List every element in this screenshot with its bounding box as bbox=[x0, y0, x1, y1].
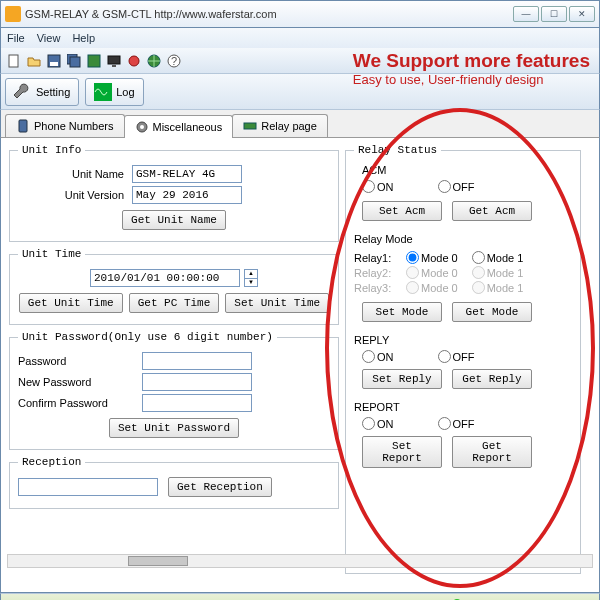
svg-rect-6 bbox=[108, 56, 120, 64]
svg-text:?: ? bbox=[171, 55, 177, 67]
reception-legend: Reception bbox=[18, 456, 85, 468]
reception-group: Reception Get Reception bbox=[9, 456, 339, 509]
setting-label: Setting bbox=[36, 86, 70, 98]
get-reception-button[interactable]: Get Reception bbox=[168, 477, 272, 497]
get-pc-time-button[interactable]: Get PC Time bbox=[129, 293, 220, 313]
confirm-password-label: Confirm Password bbox=[18, 397, 138, 409]
relay-icon bbox=[243, 119, 257, 133]
set-acm-button[interactable]: Set Acm bbox=[362, 201, 442, 221]
tab-phone-numbers[interactable]: Phone Numbers bbox=[5, 114, 125, 137]
wave-icon bbox=[94, 83, 112, 101]
log-label: Log bbox=[116, 86, 134, 98]
unit-name-label: Unit Name bbox=[18, 168, 128, 180]
unit-version-input[interactable] bbox=[132, 186, 242, 204]
svg-rect-0 bbox=[9, 55, 18, 67]
reply-label: REPLY bbox=[354, 334, 572, 346]
app-icon bbox=[5, 6, 21, 22]
time-spinner[interactable]: ▲▼ bbox=[244, 269, 258, 287]
reception-input[interactable] bbox=[18, 478, 158, 496]
get-unit-name-button[interactable]: Get Unit Name bbox=[122, 210, 226, 230]
wrench-icon bbox=[14, 83, 32, 101]
get-acm-button[interactable]: Get Acm bbox=[452, 201, 532, 221]
tab-miscellaneous[interactable]: Miscellaneous bbox=[124, 115, 234, 138]
svg-rect-5 bbox=[88, 55, 100, 67]
unit-version-label: Unit Version bbox=[18, 189, 128, 201]
content-area: Unit Info Unit Name Unit Version Get Uni… bbox=[0, 137, 600, 593]
report-off-radio[interactable] bbox=[438, 417, 451, 430]
menu-file[interactable]: File bbox=[7, 32, 25, 44]
minimize-button[interactable]: — bbox=[513, 6, 539, 22]
password-legend: Unit Password(Only use 6 digit number) bbox=[18, 331, 277, 343]
menu-bar: File View Help bbox=[0, 28, 600, 48]
relay3-mode0-radio bbox=[406, 281, 419, 294]
config-icon[interactable] bbox=[85, 52, 103, 70]
phone-icon bbox=[16, 119, 30, 133]
password-input[interactable] bbox=[142, 352, 252, 370]
new-password-input[interactable] bbox=[142, 373, 252, 391]
reply-on-radio[interactable] bbox=[362, 350, 375, 363]
new-password-label: New Password bbox=[18, 376, 138, 388]
set-mode-button[interactable]: Set Mode bbox=[362, 302, 442, 322]
new-icon[interactable] bbox=[5, 52, 23, 70]
get-report-button[interactable]: Get Report bbox=[452, 436, 532, 468]
get-reply-button[interactable]: Get Reply bbox=[452, 369, 532, 389]
svg-rect-7 bbox=[112, 65, 116, 67]
monitor-icon[interactable] bbox=[105, 52, 123, 70]
menu-view[interactable]: View bbox=[37, 32, 61, 44]
unit-name-input[interactable] bbox=[132, 165, 242, 183]
maximize-button[interactable]: ☐ bbox=[541, 6, 567, 22]
svg-rect-4 bbox=[70, 57, 80, 67]
set-unit-time-button[interactable]: Set Unit Time bbox=[225, 293, 329, 313]
password-group: Unit Password(Only use 6 digit number) P… bbox=[9, 331, 339, 450]
horizontal-scrollbar[interactable] bbox=[7, 554, 593, 568]
close-button[interactable]: ✕ bbox=[569, 6, 595, 22]
svg-rect-2 bbox=[50, 62, 58, 66]
set-reply-button[interactable]: Set Reply bbox=[362, 369, 442, 389]
unit-time-input[interactable] bbox=[90, 269, 240, 287]
relay1-label: Relay1: bbox=[354, 252, 404, 264]
acm-label: ACM bbox=[362, 164, 572, 176]
get-mode-button[interactable]: Get Mode bbox=[452, 302, 532, 322]
set-report-button[interactable]: Set Report bbox=[362, 436, 442, 468]
tab-bar: Phone Numbers Miscellaneous Relay page bbox=[0, 110, 600, 137]
unit-time-legend: Unit Time bbox=[18, 248, 85, 260]
set-password-button[interactable]: Set Unit Password bbox=[109, 418, 239, 438]
globe-icon[interactable] bbox=[145, 52, 163, 70]
status-bar: ID:123123 is connected... bbox=[0, 593, 600, 600]
report-on-radio[interactable] bbox=[362, 417, 375, 430]
confirm-password-input[interactable] bbox=[142, 394, 252, 412]
save-icon[interactable] bbox=[45, 52, 63, 70]
password-label: Password bbox=[18, 355, 138, 367]
svg-rect-12 bbox=[94, 83, 112, 101]
connect-icon[interactable] bbox=[125, 52, 143, 70]
relay-status-group: Relay Status ACM ON OFF Set Acm Get Acm … bbox=[345, 144, 581, 574]
svg-rect-13 bbox=[19, 120, 27, 132]
unit-info-group: Unit Info Unit Name Unit Version Get Uni… bbox=[9, 144, 339, 242]
window-titlebar: GSM-RELAY & GSM-CTL http://www.waferstar… bbox=[0, 0, 600, 28]
relay3-label: Relay3: bbox=[354, 282, 404, 294]
acm-on-radio[interactable] bbox=[362, 180, 375, 193]
svg-point-8 bbox=[129, 56, 139, 66]
unit-time-group: Unit Time ▲▼ Get Unit Time Get PC Time S… bbox=[9, 248, 339, 325]
report-label: REPORT bbox=[354, 401, 572, 413]
relay-mode-label: Relay Mode bbox=[354, 233, 572, 245]
relay1-mode1-radio[interactable] bbox=[472, 251, 485, 264]
relay2-mode1-radio bbox=[472, 266, 485, 279]
open-icon[interactable] bbox=[25, 52, 43, 70]
save-all-icon[interactable] bbox=[65, 52, 83, 70]
relay2-label: Relay2: bbox=[354, 267, 404, 279]
tab-relay-page[interactable]: Relay page bbox=[232, 114, 328, 137]
log-button[interactable]: Log bbox=[85, 78, 143, 106]
acm-off-radio[interactable] bbox=[438, 180, 451, 193]
get-unit-time-button[interactable]: Get Unit Time bbox=[19, 293, 123, 313]
help-icon[interactable]: ? bbox=[165, 52, 183, 70]
relay3-mode1-radio bbox=[472, 281, 485, 294]
toolbar-main: Setting Log bbox=[0, 74, 600, 110]
reply-off-radio[interactable] bbox=[438, 350, 451, 363]
relay1-mode0-radio[interactable] bbox=[406, 251, 419, 264]
relay-status-legend: Relay Status bbox=[354, 144, 441, 156]
unit-info-legend: Unit Info bbox=[18, 144, 85, 156]
setting-button[interactable]: Setting bbox=[5, 78, 79, 106]
svg-point-15 bbox=[140, 125, 144, 129]
menu-help[interactable]: Help bbox=[72, 32, 95, 44]
